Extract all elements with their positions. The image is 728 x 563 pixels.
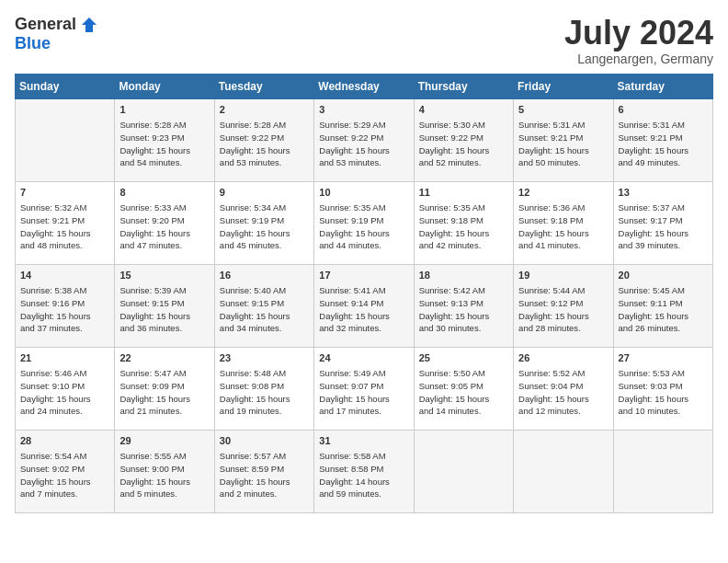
day-info: Sunrise: 5:35 AM Sunset: 9:19 PM Dayligh… [319, 201, 408, 252]
svg-marker-0 [82, 17, 97, 32]
day-info: Sunrise: 5:47 AM Sunset: 9:09 PM Dayligh… [119, 367, 209, 418]
day-number: 15 [119, 269, 209, 282]
calendar-cell: 27Sunrise: 5:53 AM Sunset: 9:03 PM Dayli… [613, 347, 712, 430]
day-info: Sunrise: 5:45 AM Sunset: 9:11 PM Dayligh… [619, 284, 708, 335]
day-info: Sunrise: 5:35 AM Sunset: 9:18 PM Dayligh… [419, 201, 508, 252]
calendar-cell: 11Sunrise: 5:35 AM Sunset: 9:18 PM Dayli… [414, 181, 513, 264]
logo: General Blue [15, 15, 98, 53]
column-header-monday: Monday [115, 74, 214, 98]
logo-icon [80, 16, 98, 34]
day-info: Sunrise: 5:31 AM Sunset: 9:21 PM Dayligh… [518, 119, 608, 169]
day-number: 24 [319, 351, 408, 365]
day-number: 28 [20, 434, 109, 448]
calendar-cell: 22Sunrise: 5:47 AM Sunset: 9:09 PM Dayli… [115, 347, 214, 430]
calendar-cell: 4Sunrise: 5:30 AM Sunset: 9:22 PM Daylig… [414, 98, 513, 181]
calendar-cell: 19Sunrise: 5:44 AM Sunset: 9:12 PM Dayli… [514, 264, 613, 347]
day-number: 8 [119, 186, 209, 200]
calendar-cell: 2Sunrise: 5:28 AM Sunset: 9:22 PM Daylig… [214, 98, 313, 181]
day-number: 2 [220, 103, 309, 117]
column-header-saturday: Saturday [613, 74, 712, 98]
week-row-4: 21Sunrise: 5:46 AM Sunset: 9:10 PM Dayli… [16, 347, 713, 430]
calendar-cell: 20Sunrise: 5:45 AM Sunset: 9:11 PM Dayli… [613, 264, 712, 347]
day-info: Sunrise: 5:38 AM Sunset: 9:16 PM Dayligh… [20, 284, 109, 335]
calendar-cell: 9Sunrise: 5:34 AM Sunset: 9:19 PM Daylig… [214, 181, 313, 264]
calendar-cell: 31Sunrise: 5:58 AM Sunset: 8:58 PM Dayli… [314, 430, 414, 512]
calendar-cell: 5Sunrise: 5:31 AM Sunset: 9:21 PM Daylig… [514, 98, 613, 181]
day-info: Sunrise: 5:42 AM Sunset: 9:13 PM Dayligh… [419, 284, 508, 335]
calendar-cell: 30Sunrise: 5:57 AM Sunset: 8:59 PM Dayli… [214, 430, 313, 512]
day-info: Sunrise: 5:48 AM Sunset: 9:08 PM Dayligh… [220, 367, 309, 418]
day-info: Sunrise: 5:31 AM Sunset: 9:21 PM Dayligh… [619, 119, 708, 169]
day-info: Sunrise: 5:50 AM Sunset: 9:05 PM Dayligh… [419, 367, 508, 418]
day-number: 25 [419, 351, 508, 365]
day-number: 13 [619, 186, 708, 200]
column-header-thursday: Thursday [414, 74, 513, 98]
calendar-cell [613, 430, 712, 512]
day-info: Sunrise: 5:39 AM Sunset: 9:15 PM Dayligh… [119, 284, 209, 335]
day-number: 27 [619, 351, 708, 365]
day-number: 9 [220, 186, 309, 200]
day-info: Sunrise: 5:55 AM Sunset: 9:00 PM Dayligh… [119, 450, 209, 500]
day-info: Sunrise: 5:34 AM Sunset: 9:19 PM Dayligh… [220, 201, 309, 252]
calendar-cell: 21Sunrise: 5:46 AM Sunset: 9:10 PM Dayli… [16, 347, 115, 430]
calendar-cell [16, 98, 115, 181]
day-info: Sunrise: 5:29 AM Sunset: 9:22 PM Dayligh… [319, 119, 408, 169]
day-number: 21 [20, 351, 109, 365]
page-header: General Blue July 2024 Langenargen, Germ… [15, 15, 713, 66]
day-info: Sunrise: 5:28 AM Sunset: 9:22 PM Dayligh… [220, 119, 309, 169]
day-number: 3 [319, 103, 408, 117]
week-row-5: 28Sunrise: 5:54 AM Sunset: 9:02 PM Dayli… [16, 430, 713, 512]
calendar-cell: 1Sunrise: 5:28 AM Sunset: 9:23 PM Daylig… [115, 98, 214, 181]
calendar-cell: 13Sunrise: 5:37 AM Sunset: 9:17 PM Dayli… [613, 181, 712, 264]
day-number: 31 [319, 434, 408, 448]
calendar-cell: 28Sunrise: 5:54 AM Sunset: 9:02 PM Dayli… [16, 430, 115, 512]
day-info: Sunrise: 5:58 AM Sunset: 8:58 PM Dayligh… [319, 450, 408, 500]
column-header-tuesday: Tuesday [214, 74, 313, 98]
calendar-cell: 10Sunrise: 5:35 AM Sunset: 9:19 PM Dayli… [314, 181, 414, 264]
calendar-cell: 23Sunrise: 5:48 AM Sunset: 9:08 PM Dayli… [214, 347, 313, 430]
day-number: 29 [119, 434, 209, 448]
day-info: Sunrise: 5:36 AM Sunset: 9:18 PM Dayligh… [518, 201, 608, 252]
day-number: 6 [619, 103, 708, 117]
day-info: Sunrise: 5:33 AM Sunset: 9:20 PM Dayligh… [119, 201, 209, 252]
week-row-1: 1Sunrise: 5:28 AM Sunset: 9:23 PM Daylig… [16, 98, 713, 181]
calendar-table: SundayMondayTuesdayWednesdayThursdayFrid… [15, 74, 713, 513]
calendar-cell: 8Sunrise: 5:33 AM Sunset: 9:20 PM Daylig… [115, 181, 214, 264]
location-subtitle: Langenargen, Germany [564, 52, 713, 66]
day-info: Sunrise: 5:41 AM Sunset: 9:14 PM Dayligh… [319, 284, 408, 335]
header-row: SundayMondayTuesdayWednesdayThursdayFrid… [16, 74, 713, 98]
day-info: Sunrise: 5:54 AM Sunset: 9:02 PM Dayligh… [20, 450, 109, 500]
calendar-cell: 18Sunrise: 5:42 AM Sunset: 9:13 PM Dayli… [414, 264, 513, 347]
day-info: Sunrise: 5:52 AM Sunset: 9:04 PM Dayligh… [518, 367, 608, 418]
day-number: 26 [518, 351, 608, 365]
column-header-friday: Friday [514, 74, 613, 98]
day-number: 17 [319, 269, 408, 282]
week-row-3: 14Sunrise: 5:38 AM Sunset: 9:16 PM Dayli… [16, 264, 713, 347]
day-number: 11 [419, 186, 508, 200]
day-number: 23 [220, 351, 309, 365]
day-number: 19 [518, 269, 608, 282]
calendar-cell: 3Sunrise: 5:29 AM Sunset: 9:22 PM Daylig… [314, 98, 414, 181]
column-header-wednesday: Wednesday [314, 74, 414, 98]
calendar-cell: 29Sunrise: 5:55 AM Sunset: 9:00 PM Dayli… [115, 430, 214, 512]
logo-general-text: General [15, 15, 76, 34]
day-info: Sunrise: 5:37 AM Sunset: 9:17 PM Dayligh… [619, 201, 708, 252]
day-info: Sunrise: 5:49 AM Sunset: 9:07 PM Dayligh… [319, 367, 408, 418]
day-number: 12 [518, 186, 608, 200]
day-number: 20 [619, 269, 708, 282]
calendar-cell [514, 430, 613, 512]
calendar-cell [414, 430, 513, 512]
day-info: Sunrise: 5:28 AM Sunset: 9:23 PM Dayligh… [119, 119, 209, 169]
calendar-cell: 25Sunrise: 5:50 AM Sunset: 9:05 PM Dayli… [414, 347, 513, 430]
logo-blue-text: Blue [15, 34, 51, 53]
calendar-cell: 6Sunrise: 5:31 AM Sunset: 9:21 PM Daylig… [613, 98, 712, 181]
calendar-cell: 14Sunrise: 5:38 AM Sunset: 9:16 PM Dayli… [16, 264, 115, 347]
day-number: 10 [319, 186, 408, 200]
calendar-cell: 15Sunrise: 5:39 AM Sunset: 9:15 PM Dayli… [115, 264, 214, 347]
week-row-2: 7Sunrise: 5:32 AM Sunset: 9:21 PM Daylig… [16, 181, 713, 264]
title-block: July 2024 Langenargen, Germany [564, 15, 713, 66]
column-header-sunday: Sunday [16, 74, 115, 98]
day-info: Sunrise: 5:40 AM Sunset: 9:15 PM Dayligh… [220, 284, 309, 335]
day-info: Sunrise: 5:53 AM Sunset: 9:03 PM Dayligh… [619, 367, 708, 418]
day-number: 22 [119, 351, 209, 365]
